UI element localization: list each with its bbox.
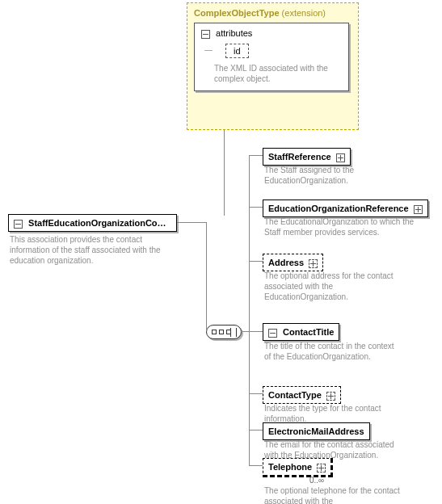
element-label: EducationOrganizationReference	[268, 204, 409, 213]
connector-line	[249, 261, 263, 262]
element-desc: The EducationalOrganization to which the…	[264, 216, 418, 237]
element-desc: The optional telephone for the contact a…	[264, 485, 406, 504]
element-address[interactable]: Address	[263, 254, 323, 271]
element-staffreference[interactable]: StaffReference	[263, 148, 351, 166]
element-desc: Indicates the type for the contact infor…	[264, 403, 402, 424]
cardinality: 0..∞	[309, 476, 324, 485]
element-desc: The Staff assigned to the EducationOrgan…	[264, 165, 402, 186]
element-telephone[interactable]: Telephone	[263, 458, 333, 477]
connector-line	[224, 130, 225, 216]
element-label: ContactType	[268, 390, 322, 400]
attribute-id: id	[225, 44, 249, 58]
root-label: StaffEducationOrganizationConta...	[28, 218, 177, 228]
element-desc: The optional address for the contact ass…	[264, 271, 402, 302]
connector-line	[249, 430, 263, 430]
element-desc-ema: The email for the contact associated wit…	[264, 439, 398, 460]
element-electronicmailaddress[interactable]: ElectronicMailAddress	[263, 422, 370, 440]
element-label: StaffReference	[268, 152, 331, 162]
extension-container: ComplexObjectType (extension) attributes…	[187, 2, 359, 130]
collapse-icon[interactable]	[14, 220, 23, 229]
connector-line	[206, 222, 207, 331]
connector-line	[249, 393, 263, 394]
connector-line	[249, 155, 263, 156]
expand-icon[interactable]	[309, 259, 318, 268]
collapse-icon[interactable]	[201, 30, 210, 39]
element-label: Telephone	[268, 462, 312, 472]
element-label: Address	[268, 258, 304, 267]
root-desc: This association provides the contact in…	[10, 234, 175, 266]
attributes-box: attributes id The XML ID associated with…	[194, 23, 349, 91]
element-label: ContactTitle	[283, 327, 334, 337]
extension-title: ComplexObjectType	[194, 8, 280, 18]
expand-icon[interactable]	[336, 153, 345, 162]
connector-line	[249, 465, 263, 466]
connector-line	[177, 222, 206, 223]
element-label: ElectronicMailAddress	[268, 426, 364, 436]
attribute-id-label: id	[234, 46, 241, 56]
expand-icon[interactable]	[317, 464, 326, 472]
expand-icon[interactable]	[326, 392, 335, 401]
element-contacttitle[interactable]: ContactTitle	[263, 323, 339, 341]
expand-icon[interactable]	[414, 205, 423, 214]
sequence-connector	[206, 325, 242, 339]
connector-line	[249, 331, 263, 332]
element-contacttype[interactable]: ContactType	[263, 386, 341, 404]
element-educationorganizationreference[interactable]: EducationOrganizationReference	[263, 200, 428, 217]
root-element[interactable]: StaffEducationOrganizationConta...	[8, 214, 177, 232]
connector-line	[249, 155, 250, 465]
element-desc: The title of the contact in the context …	[264, 341, 402, 362]
collapse-icon[interactable]	[268, 329, 277, 338]
extension-suffix: (extension)	[282, 8, 326, 18]
connector-line	[249, 207, 263, 208]
attribute-id-desc: The XML ID associated with the complex o…	[214, 63, 335, 84]
attributes-label: attributes	[216, 28, 252, 38]
